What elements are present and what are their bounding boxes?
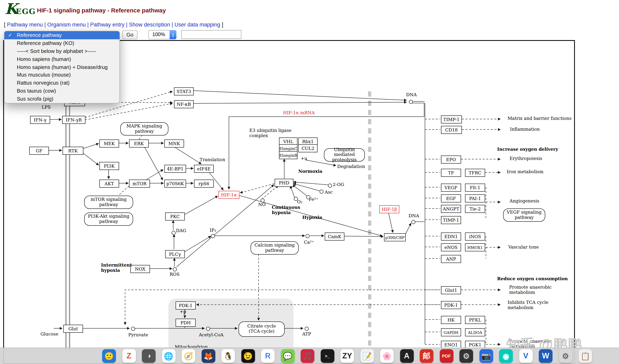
- pfkl[interactable]: PFKL: [465, 316, 485, 324]
- tfrc[interactable]: TFRC: [465, 169, 485, 177]
- dropdown-item-3[interactable]: Homo sapiens (human): [4, 55, 119, 63]
- glut1[interactable]: Glut1: [441, 286, 461, 294]
- hk[interactable]: HK: [441, 316, 461, 324]
- dna-top-circle: [409, 100, 413, 104]
- hif1b[interactable]: HIF-1β: [379, 205, 399, 213]
- edn1[interactable]: EDN1: [441, 233, 461, 240]
- dock-z-app-icon[interactable]: Z: [122, 349, 136, 363]
- dock-word-icon[interactable]: W: [539, 349, 552, 363]
- enos[interactable]: eNOS: [441, 243, 461, 251]
- p70s6k[interactable]: p70S6K: [164, 180, 186, 188]
- dropdown-item-5[interactable]: Mus musculus (mouse): [4, 71, 119, 79]
- pdk1-right[interactable]: PDK-1: [441, 301, 461, 309]
- dropdown-item-1[interactable]: Reference pathway (KO): [4, 39, 119, 47]
- organism-dropdown[interactable]: ✓Reference pathwayReference pathway (KO)…: [4, 31, 120, 103]
- tca-cycle[interactable]: Citrate cycle (TCA cycle): [239, 322, 285, 337]
- dropdown-item-6[interactable]: Rattus norvegicus (rat): [4, 79, 119, 87]
- anp[interactable]: ANP: [441, 255, 461, 263]
- angiogenesis-label: Angiogenesis: [509, 199, 539, 204]
- dock-qq-icon[interactable]: 🐧: [221, 349, 235, 363]
- calcium-pathway[interactable]: Calcium signaling pathway: [251, 241, 299, 254]
- dock-system-preferences-icon[interactable]: ⚙: [559, 349, 572, 363]
- dropdown-item-label: Reference pathway: [17, 32, 62, 38]
- phd[interactable]: PHD: [275, 179, 294, 187]
- tf[interactable]: TF: [441, 169, 461, 177]
- pdh[interactable]: PDH: [176, 319, 196, 327]
- ubiquitin-proteolysis[interactable]: Ubiquitin mediated proteolysis: [324, 148, 365, 162]
- dock-pdf-app-icon[interactable]: PDF: [440, 349, 453, 363]
- p300cbp[interactable]: p300/CBP: [384, 233, 406, 241]
- hmox1[interactable]: HMOX1: [465, 243, 485, 251]
- glut[interactable]: Glut: [63, 325, 83, 333]
- dock-terminal-icon[interactable]: >_: [321, 349, 334, 363]
- dropdown-item-8[interactable]: Sus scrofa (pig): [4, 95, 119, 103]
- dock-photos-flower-app-icon[interactable]: 🌸: [380, 349, 394, 363]
- mtor[interactable]: mTOR: [129, 180, 150, 188]
- dock-trash-paper-icon[interactable]: 📋: [578, 349, 592, 363]
- dropdown-item-0[interactable]: ✓Reference pathway: [4, 31, 119, 39]
- vegf[interactable]: VEGF: [441, 184, 461, 192]
- mnk[interactable]: MNK: [164, 140, 184, 148]
- elonginb[interactable]: ElonginB: [279, 151, 297, 159]
- nox[interactable]: NOX: [130, 265, 150, 273]
- dock-safari-icon[interactable]: 🧭: [182, 349, 195, 363]
- dock-wechat-icon[interactable]: 💬: [281, 349, 295, 363]
- dock-notes-icon[interactable]: 📝: [360, 349, 374, 363]
- dock-green-circle-app-icon[interactable]: ◉: [499, 349, 513, 363]
- dock-v-app-icon[interactable]: V: [519, 349, 533, 363]
- dock-firefox-icon[interactable]: 🦊: [201, 349, 215, 363]
- kegg-page: KEGG HIF-1 signaling pathway - Reference…: [0, 0, 619, 364]
- cd18[interactable]: CD18: [441, 126, 462, 134]
- dropdown-item-2[interactable]: -----< Sort below by alphabet >-----: [4, 47, 119, 55]
- dropdown-item-4[interactable]: Homo sapiens (human) + Disease/drug: [4, 63, 119, 71]
- aldoa[interactable]: ALDOA: [465, 328, 485, 336]
- epo[interactable]: EPO: [441, 155, 461, 164]
- pi3k[interactable]: PI3K: [99, 162, 119, 170]
- plcg[interactable]: PLCγ: [165, 250, 185, 258]
- pdk1-mito[interactable]: PDK-1: [176, 301, 196, 309]
- pkc[interactable]: PKC: [165, 212, 185, 221]
- hif1a[interactable]: HIF-1α: [219, 191, 239, 199]
- flt1[interactable]: Flt-1: [465, 184, 485, 192]
- dock-r-app-icon[interactable]: R: [261, 349, 275, 363]
- dock-chrome-icon[interactable]: 🌐: [162, 349, 175, 363]
- mapk-pathway[interactable]: MAPK signaling pathway: [120, 122, 168, 136]
- cul2[interactable]: CUL2: [298, 144, 318, 152]
- rtk[interactable]: RTK: [63, 147, 83, 155]
- dock-music-app-icon[interactable]: 🎵: [301, 349, 314, 363]
- dropdown-item-7[interactable]: Bos taurus (cow): [4, 87, 119, 95]
- pai1[interactable]: PAI-1: [465, 195, 485, 202]
- tie2[interactable]: Tie-2: [465, 205, 485, 213]
- stat3[interactable]: STAT3: [174, 87, 194, 95]
- vegf-pathway[interactable]: VEGF signaling pathway: [503, 209, 545, 222]
- gf[interactable]: GF: [29, 147, 49, 155]
- dropdown-item-label: Sus scrofa (pig): [17, 96, 53, 102]
- egf[interactable]: EGF: [441, 195, 461, 202]
- nfkb[interactable]: NF-κB: [174, 100, 194, 108]
- pi3k-akt-pathway[interactable]: PI3K-Akt signaling pathway: [84, 212, 133, 226]
- timp1-b[interactable]: TIMP-1: [441, 216, 461, 224]
- dock-finder-icon[interactable]: 🙂: [102, 349, 116, 363]
- mtor-pathway[interactable]: mTOR signaling pathway: [84, 196, 133, 209]
- eif4e[interactable]: eIF4E: [194, 165, 214, 173]
- rps6[interactable]: rpS6: [194, 180, 214, 188]
- angpt[interactable]: ANGPT: [441, 205, 461, 213]
- dock-camera-app-icon[interactable]: 📷: [479, 349, 493, 363]
- dock-gray-sphere-app-icon[interactable]: ◑: [142, 349, 155, 363]
- o2-label: O₂: [297, 200, 302, 205]
- dock-dark-smiley-app-icon[interactable]: 😉: [241, 349, 255, 363]
- erk[interactable]: ERK: [129, 140, 149, 148]
- dock-mail-app-icon[interactable]: 邮: [420, 349, 433, 363]
- inos[interactable]: iNOS: [465, 233, 485, 240]
- mek[interactable]: MEK: [99, 140, 119, 148]
- dock-zy-app-icon[interactable]: ZY: [340, 349, 354, 363]
- akt[interactable]: AKT: [99, 180, 119, 188]
- camk[interactable]: CamK: [325, 233, 344, 240]
- ifng[interactable]: IFN-γ: [30, 116, 50, 124]
- dock-dark-a-app-icon[interactable]: A: [400, 349, 414, 363]
- ifngr[interactable]: IFN-γR: [62, 116, 85, 124]
- dock-gear-dark-app-icon[interactable]: ⚙: [459, 349, 473, 363]
- gapdh[interactable]: GAPDH: [441, 328, 461, 336]
- timp1-a[interactable]: TIMP-1: [441, 115, 462, 124]
- e4bp1[interactable]: 4E-BP1: [164, 165, 186, 173]
